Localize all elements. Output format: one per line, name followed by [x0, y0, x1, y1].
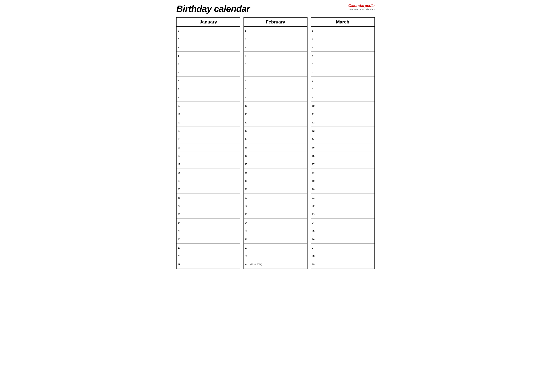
day-number: 3	[312, 46, 317, 49]
day-number: 11	[245, 113, 250, 116]
day-number: 14	[312, 138, 317, 141]
day-row: 24	[244, 218, 307, 227]
day-row: 23	[177, 210, 240, 218]
day-number: 9	[245, 96, 250, 99]
day-number: 25	[177, 230, 183, 232]
day-row: 15	[311, 143, 374, 152]
day-row: 26	[311, 235, 374, 244]
day-row: 13	[177, 127, 240, 135]
day-number: 13	[245, 130, 250, 132]
day-row: 18	[244, 168, 307, 177]
day-number: 8	[312, 88, 317, 91]
day-row: 29	[177, 260, 240, 269]
day-number: 26	[245, 238, 250, 241]
day-row: 8	[244, 85, 307, 93]
day-number: 18	[245, 171, 250, 174]
day-number: 15	[177, 146, 183, 149]
day-row: 2	[177, 35, 240, 43]
day-row: 17	[311, 160, 374, 168]
day-row: 10	[311, 102, 374, 110]
day-row: 28	[311, 252, 374, 260]
day-number: 6	[245, 71, 250, 74]
day-number: 20	[177, 188, 183, 191]
day-row: 1	[244, 27, 307, 35]
day-number: 9	[312, 96, 317, 99]
day-row: 8	[311, 85, 374, 93]
day-row: 14	[177, 135, 240, 143]
brand-name: Calendarpedia	[348, 3, 375, 8]
day-number: 18	[177, 171, 183, 174]
day-number: 17	[245, 163, 250, 166]
day-row: 21	[177, 194, 240, 202]
day-number: 16	[312, 154, 317, 157]
month-label-february: February	[245, 19, 306, 25]
day-number: 10	[245, 105, 250, 107]
day-number: 22	[312, 205, 317, 207]
day-row: 4	[311, 52, 374, 60]
day-row: 11	[244, 110, 307, 118]
day-number: 10	[312, 105, 317, 107]
day-number: 23	[177, 213, 183, 216]
day-row: 16	[244, 152, 307, 160]
day-number: 17	[177, 163, 183, 166]
day-row: 24	[311, 218, 374, 227]
day-row: 16	[177, 152, 240, 160]
day-number: 2	[245, 38, 250, 41]
day-number: 7	[245, 79, 250, 82]
month-label-march: March	[312, 19, 374, 25]
day-row: 11	[177, 110, 240, 118]
day-number: 11	[177, 113, 183, 116]
day-row: 26	[177, 235, 240, 244]
day-row: 3	[311, 43, 374, 52]
day-row: 20	[177, 185, 240, 194]
day-number: 15	[245, 146, 250, 149]
day-row: 14	[244, 135, 307, 143]
day-row: 13	[244, 127, 307, 135]
day-number: 19	[245, 180, 250, 182]
day-row: 9	[244, 93, 307, 102]
day-row: 28	[244, 252, 307, 260]
day-row: 23	[244, 210, 307, 218]
day-number: 12	[245, 121, 250, 124]
month-header-march: March	[311, 18, 374, 27]
day-number: 28	[312, 255, 317, 258]
day-number: 20	[245, 188, 250, 191]
day-row: 28	[177, 252, 240, 260]
day-row: 5	[244, 60, 307, 68]
day-row: 19	[244, 177, 307, 185]
day-row: 6	[177, 68, 240, 77]
day-number: 28	[177, 255, 183, 258]
day-number: 26	[177, 238, 183, 241]
day-number: 2	[177, 38, 183, 41]
calendars-container: January123456789101112131415161718192021…	[176, 17, 375, 269]
day-row: 22	[244, 202, 307, 210]
day-row: 7	[177, 77, 240, 85]
day-number: 22	[177, 205, 183, 207]
day-row: 18	[311, 168, 374, 177]
day-number: 29	[177, 263, 183, 266]
day-row: 7	[244, 77, 307, 85]
day-number: 3	[177, 46, 183, 49]
day-row: 23	[311, 210, 374, 218]
day-row: 1	[311, 27, 374, 35]
day-row: 21	[244, 194, 307, 202]
day-number: 29	[245, 263, 250, 266]
day-number: 12	[312, 121, 317, 124]
day-row: 25	[311, 227, 374, 235]
day-number: 6	[177, 71, 183, 74]
day-number: 19	[177, 180, 183, 182]
day-row: 6	[311, 68, 374, 77]
calendar-march: March12345678910111213141516171819202122…	[311, 17, 375, 269]
day-number: 9	[177, 96, 183, 99]
day-row: 8	[177, 85, 240, 93]
day-number: 16	[245, 154, 250, 157]
day-row: 2	[311, 35, 374, 43]
day-number: 23	[312, 213, 317, 216]
day-row: 25	[177, 227, 240, 235]
day-number: 11	[312, 113, 317, 116]
day-number: 1	[245, 29, 250, 32]
day-number: 5	[245, 63, 250, 66]
day-number: 21	[312, 196, 317, 199]
day-number: 24	[177, 221, 183, 224]
day-row: 12	[311, 118, 374, 127]
